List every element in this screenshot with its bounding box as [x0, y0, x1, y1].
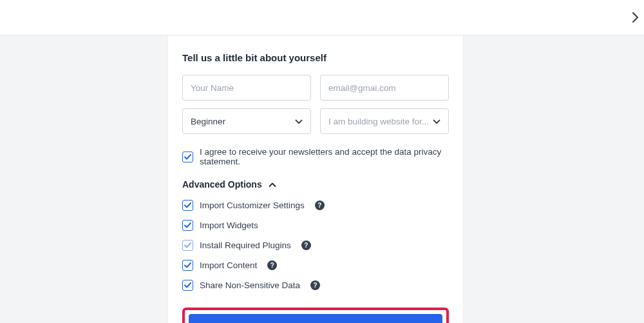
name-input[interactable]	[182, 75, 311, 101]
help-icon[interactable]: ?	[301, 240, 311, 250]
consent-checkbox[interactable]	[182, 152, 193, 162]
help-icon[interactable]: ?	[310, 280, 320, 290]
form-panel: Tell us a little bit about yourself Begi…	[167, 35, 464, 323]
purpose-select[interactable]: I am building website for...	[320, 108, 449, 134]
import-widgets-checkbox[interactable]	[182, 220, 193, 231]
consent-label: I agree to receive your newsletters and …	[200, 147, 449, 166]
help-icon[interactable]: ?	[267, 260, 277, 270]
help-icon[interactable]: ?	[315, 201, 325, 210]
close-icon[interactable]	[632, 12, 639, 26]
email-input[interactable]	[320, 75, 449, 101]
import-widgets-label: Import Widgets	[200, 220, 258, 230]
advanced-options-label: Advanced Options	[182, 179, 262, 190]
submit-button[interactable]: Submit & Build My Website	[189, 314, 442, 323]
advanced-options-toggle[interactable]: Advanced Options	[182, 179, 449, 190]
import-content-checkbox[interactable]	[182, 260, 193, 271]
share-data-label: Share Non-Sensitive Data	[200, 280, 300, 290]
experience-level-select[interactable]: Beginner	[182, 108, 311, 134]
top-bar	[0, 0, 644, 35]
chevron-down-icon	[295, 117, 303, 126]
experience-level-value: Beginner	[191, 117, 225, 126]
chevron-up-icon	[269, 179, 276, 190]
import-customizer-checkbox[interactable]	[182, 200, 193, 211]
chevron-down-icon	[433, 117, 440, 126]
purpose-placeholder: I am building website for...	[328, 117, 429, 126]
share-data-checkbox[interactable]	[182, 280, 193, 291]
import-content-label: Import Content	[200, 260, 257, 270]
import-customizer-label: Import Customizer Settings	[200, 201, 305, 210]
advanced-options-list: Import Customizer Settings ? Import Widg…	[182, 200, 449, 291]
install-plugins-label: Install Required Plugins	[200, 240, 291, 250]
install-plugins-checkbox[interactable]	[182, 240, 193, 251]
form-heading: Tell us a little bit about yourself	[182, 52, 449, 63]
submit-highlight: Submit & Build My Website	[182, 308, 449, 323]
